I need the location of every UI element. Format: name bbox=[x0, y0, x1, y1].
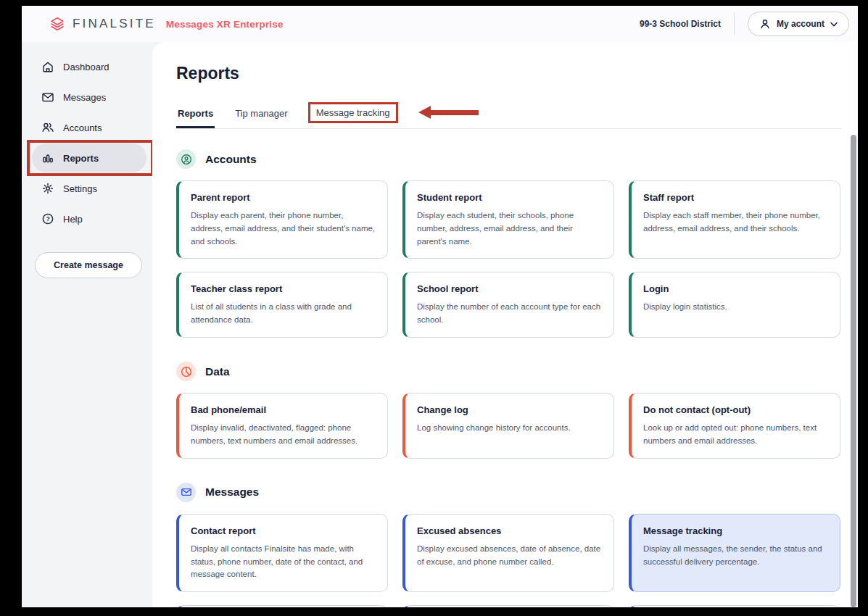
report-card[interactable]: Message trackingDisplay all messages, th… bbox=[629, 514, 840, 592]
section-title: Data bbox=[205, 365, 230, 378]
report-card-title: Staff report bbox=[643, 192, 828, 203]
report-card[interactable]: Change logLog showing change history for… bbox=[402, 393, 614, 459]
report-card[interactable]: Do not contact (opt-out)Look up or add o… bbox=[629, 393, 840, 459]
card-grid: Bad phone/emailDisplay invalid, deactiva… bbox=[176, 393, 840, 459]
report-card-description: Display each student, their schools, pho… bbox=[417, 209, 602, 248]
report-card-title: Do not contact (opt-out) bbox=[643, 404, 828, 415]
report-card-description: Display excused absences, date of absenc… bbox=[417, 543, 602, 569]
tab-tip-manager[interactable]: Tip manager bbox=[233, 105, 289, 128]
report-card[interactable]: Contact reportDisplay all contacts Final… bbox=[176, 514, 388, 592]
annotation-arrow bbox=[418, 106, 479, 119]
report-card-title: Excused absences bbox=[417, 525, 602, 536]
help-icon: ? bbox=[41, 212, 54, 225]
report-card[interactable]: Message trendsStatistical comparison rep… bbox=[176, 605, 388, 607]
page-title: Reports bbox=[176, 64, 840, 83]
brand-name: FINALSITE bbox=[73, 17, 156, 31]
envelope-icon bbox=[176, 483, 196, 502]
sidebar-item-label: Help bbox=[63, 214, 83, 225]
report-section: DataBad phone/emailDisplay invalid, deac… bbox=[176, 362, 840, 459]
report-card-description: Display each staff member, their phone n… bbox=[643, 209, 828, 236]
tab-bar: Reports Tip manager Message tracking bbox=[176, 102, 840, 129]
product-name: Messages XR Enterprise bbox=[166, 19, 284, 30]
bar-chart-icon bbox=[41, 151, 54, 165]
report-card[interactable]: School reportDisplay the number of each … bbox=[402, 272, 614, 338]
report-card[interactable]: Excused absencesDisplay excused absences… bbox=[402, 514, 614, 592]
report-card-description: List of all students in a class with gra… bbox=[191, 301, 376, 327]
report-card-title: Bad phone/email bbox=[191, 404, 376, 415]
person-icon bbox=[759, 18, 771, 30]
sidebar-item-messages[interactable]: Messages bbox=[32, 83, 146, 112]
report-card[interactable]: Staff reportDisplay each staff member, t… bbox=[629, 180, 840, 259]
sections-host: AccountsParent reportDisplay each parent… bbox=[176, 149, 840, 607]
report-card-title: Student report bbox=[417, 192, 602, 203]
report-card[interactable]: Student reportDisplay each student, thei… bbox=[402, 180, 614, 259]
sidebar-item-reports[interactable]: Reports bbox=[32, 143, 146, 172]
pie-chart-icon bbox=[176, 362, 196, 381]
sidebar-item-dashboard[interactable]: Dashboard bbox=[32, 52, 146, 81]
report-card-title: Parent report bbox=[191, 192, 376, 203]
arrow-head bbox=[418, 106, 431, 119]
people-icon bbox=[41, 121, 54, 134]
report-card-description: Log showing change history for accounts. bbox=[417, 422, 602, 435]
sidebar-item-label: Settings bbox=[63, 183, 97, 194]
my-account-button[interactable]: My account bbox=[748, 12, 849, 36]
finalsite-logo-icon bbox=[49, 16, 65, 32]
report-card-description: Display all messages, the sender, the st… bbox=[643, 543, 828, 569]
home-icon bbox=[41, 60, 54, 73]
my-account-label: My account bbox=[777, 19, 824, 29]
report-card[interactable]: Teacher messagingDisplay the usage break… bbox=[629, 605, 840, 607]
district-name: 99-3 School District bbox=[640, 19, 721, 29]
main-panel: Reports Reports Tip manager Message trac… bbox=[152, 42, 858, 607]
section-title: Messages bbox=[205, 486, 259, 499]
tab-reports[interactable]: Reports bbox=[176, 105, 215, 128]
gear-icon bbox=[41, 182, 54, 195]
topbar: FINALSITE Messages XR Enterprise 99-3 Sc… bbox=[22, 6, 858, 42]
sidebar-item-label: Reports bbox=[63, 153, 99, 164]
report-section: AccountsParent reportDisplay each parent… bbox=[176, 149, 840, 338]
report-card-title: Change log bbox=[417, 404, 602, 415]
report-card[interactable]: Bad phone/emailDisplay invalid, deactiva… bbox=[176, 393, 388, 459]
report-card-description: Look up or add opted out: phone numbers,… bbox=[643, 422, 828, 448]
sidebar: Dashboard Messages Accoun bbox=[22, 42, 152, 607]
report-card[interactable]: Message utilizationA statistical report … bbox=[402, 605, 614, 607]
card-grid: Parent reportDisplay each parent, their … bbox=[176, 180, 840, 338]
app-window: FINALSITE Messages XR Enterprise 99-3 Sc… bbox=[22, 6, 858, 607]
sidebar-item-label: Messages bbox=[63, 92, 106, 103]
topbar-divider bbox=[734, 13, 735, 35]
report-card-description: Display invalid, deactivated, flagged: p… bbox=[191, 422, 376, 448]
chevron-down-icon bbox=[830, 22, 838, 27]
report-card-title: School report bbox=[417, 283, 602, 294]
report-card-description: Display the number of each account type … bbox=[417, 301, 602, 327]
sidebar-item-label: Accounts bbox=[63, 122, 102, 133]
finalsite-logo: FINALSITE bbox=[49, 16, 156, 32]
report-card-title: Contact report bbox=[191, 525, 376, 536]
tab-message-tracking[interactable]: Message tracking bbox=[308, 102, 398, 123]
report-section: MessagesContact reportDisplay all contac… bbox=[176, 483, 840, 607]
report-card-title: Teacher class report bbox=[191, 283, 376, 294]
card-grid: Contact reportDisplay all contacts Final… bbox=[176, 514, 840, 607]
report-card[interactable]: LoginDisplay login statistics. bbox=[629, 272, 840, 338]
report-card-description: Display all contacts Finalsite has made,… bbox=[191, 543, 376, 581]
report-card-title: Login bbox=[643, 283, 828, 294]
sidebar-item-help[interactable]: ? Help bbox=[32, 204, 146, 233]
arrow-shaft bbox=[431, 110, 479, 115]
report-card[interactable]: Teacher class reportList of all students… bbox=[176, 272, 388, 338]
report-card-description: Display each parent, their phone number,… bbox=[191, 209, 376, 248]
create-message-button[interactable]: Create message bbox=[35, 252, 142, 278]
report-card[interactable]: Parent reportDisplay each parent, their … bbox=[176, 180, 388, 259]
screenshot-frame: FINALSITE Messages XR Enterprise 99-3 Sc… bbox=[0, 0, 868, 616]
section-title: Accounts bbox=[205, 153, 257, 166]
sidebar-item-label: Dashboard bbox=[63, 62, 109, 72]
sidebar-item-settings[interactable]: Settings bbox=[32, 174, 146, 203]
svg-text:?: ? bbox=[46, 215, 49, 222]
user-circle-icon bbox=[176, 149, 196, 169]
vertical-scrollbar[interactable] bbox=[851, 135, 856, 607]
report-card-title: Message tracking bbox=[643, 525, 828, 536]
report-card-description: Display login statistics. bbox=[643, 301, 828, 314]
sidebar-item-accounts[interactable]: Accounts bbox=[32, 113, 146, 142]
envelope-icon bbox=[41, 91, 54, 104]
